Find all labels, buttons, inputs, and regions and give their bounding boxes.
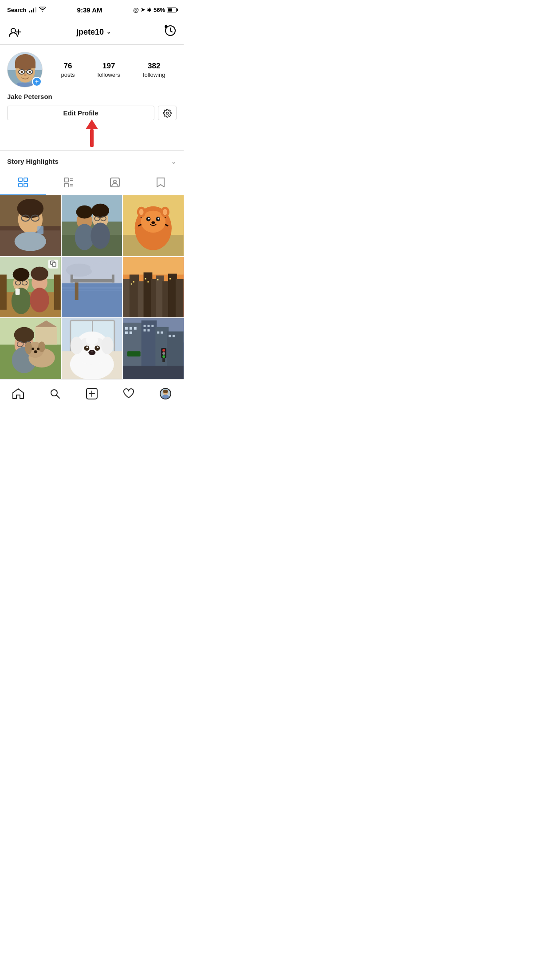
post-image [0, 318, 61, 379]
tab-list[interactable] [46, 172, 92, 195]
svg-rect-88 [70, 274, 73, 282]
svg-point-139 [101, 337, 114, 355]
post-item[interactable] [123, 195, 184, 256]
svg-point-145 [91, 351, 93, 353]
following-count: 382 [148, 62, 160, 71]
red-arrow-indicator [86, 119, 98, 147]
svg-rect-157 [144, 325, 146, 327]
username-display[interactable]: jpete10 ⌄ [76, 28, 111, 37]
svg-rect-42 [62, 195, 122, 221]
story-highlights-section[interactable]: Story Highlights ⌄ [0, 151, 184, 172]
person-tag-icon [110, 178, 120, 190]
svg-point-12 [21, 71, 23, 73]
annotation-arrow [7, 120, 177, 147]
gps-icon: ➤ [141, 7, 145, 13]
svg-rect-9 [15, 62, 35, 68]
post-item[interactable] [0, 195, 61, 256]
stats-container: 76 posts 197 followers 382 following [50, 62, 177, 78]
edit-profile-row: Edit Profile [7, 106, 177, 120]
status-left: Search [7, 6, 46, 13]
post-item[interactable] [123, 257, 184, 318]
home-tab[interactable] [8, 384, 28, 403]
svg-point-59 [148, 218, 150, 220]
svg-point-61 [152, 221, 155, 224]
home-icon [12, 388, 24, 399]
svg-rect-152 [125, 327, 128, 330]
svg-rect-19 [24, 178, 28, 182]
tab-tag[interactable] [92, 172, 138, 195]
bookmark-icon [157, 178, 165, 190]
history-button[interactable] [164, 24, 177, 40]
svg-point-29 [114, 180, 116, 183]
add-user-button[interactable] [7, 24, 23, 40]
svg-rect-165 [173, 335, 175, 337]
posts-tab-bar [0, 172, 184, 195]
story-highlights-label: Story Highlights [7, 158, 59, 165]
tab-bookmark[interactable] [138, 172, 184, 195]
post-item[interactable] [0, 318, 61, 379]
post-image [123, 195, 184, 256]
posts-stat[interactable]: 76 posts [61, 62, 75, 78]
svg-point-180 [163, 390, 168, 393]
svg-rect-22 [64, 178, 68, 182]
svg-rect-153 [130, 327, 132, 330]
following-stat[interactable]: 382 following [143, 62, 165, 78]
svg-point-117 [14, 327, 35, 343]
post-item[interactable] [0, 257, 61, 318]
edit-profile-button[interactable]: Edit Profile [7, 106, 154, 120]
following-label: following [143, 71, 165, 78]
svg-rect-160 [144, 329, 146, 332]
status-time: 9:39 AM [77, 6, 102, 14]
svg-rect-163 [161, 332, 163, 334]
svg-point-171 [162, 356, 165, 358]
svg-rect-92 [75, 282, 78, 300]
battery-icon [167, 8, 177, 12]
heart-icon [123, 388, 134, 399]
svg-rect-155 [125, 332, 128, 334]
list-icon [64, 178, 74, 190]
svg-point-0 [11, 28, 16, 33]
svg-point-144 [88, 350, 95, 356]
post-item[interactable] [62, 195, 122, 256]
posts-label: posts [61, 71, 75, 78]
svg-point-13 [29, 71, 31, 73]
followers-stat[interactable]: 197 followers [98, 62, 120, 78]
tab-grid[interactable] [0, 172, 46, 195]
svg-point-137 [86, 336, 98, 345]
svg-rect-106 [133, 281, 134, 282]
add-story-button[interactable]: + [32, 77, 42, 87]
avatar-container[interactable]: + [7, 52, 43, 87]
post-image [62, 257, 122, 318]
post-item[interactable] [62, 318, 122, 379]
add-post-tab[interactable] [82, 384, 102, 403]
search-tab[interactable] [45, 384, 65, 403]
signal-bars [29, 7, 36, 12]
activity-tab[interactable] [119, 384, 138, 403]
settings-button[interactable] [158, 106, 177, 120]
svg-rect-91 [62, 290, 122, 291]
profile-tab[interactable] [156, 384, 175, 403]
svg-point-60 [158, 218, 160, 220]
followers-count: 197 [102, 62, 115, 71]
battery-percent: 56% [153, 7, 165, 13]
svg-point-124 [38, 342, 45, 352]
svg-rect-104 [176, 279, 184, 317]
svg-rect-161 [148, 329, 150, 332]
svg-rect-16 [17, 83, 33, 87]
svg-rect-105 [131, 283, 132, 285]
svg-point-126 [37, 348, 39, 351]
post-item[interactable] [62, 257, 122, 318]
svg-point-46 [76, 205, 93, 219]
svg-point-78 [30, 288, 49, 312]
svg-point-170 [162, 352, 165, 355]
svg-point-49 [91, 204, 109, 218]
posts-count: 76 [64, 62, 72, 71]
svg-rect-89 [112, 274, 114, 282]
svg-rect-90 [62, 287, 122, 288]
profile-avatar-icon [160, 388, 171, 399]
svg-rect-20 [19, 183, 22, 187]
post-item[interactable] [123, 318, 184, 379]
svg-rect-70 [54, 274, 61, 309]
svg-point-140 [84, 346, 89, 351]
svg-rect-18 [19, 178, 22, 182]
